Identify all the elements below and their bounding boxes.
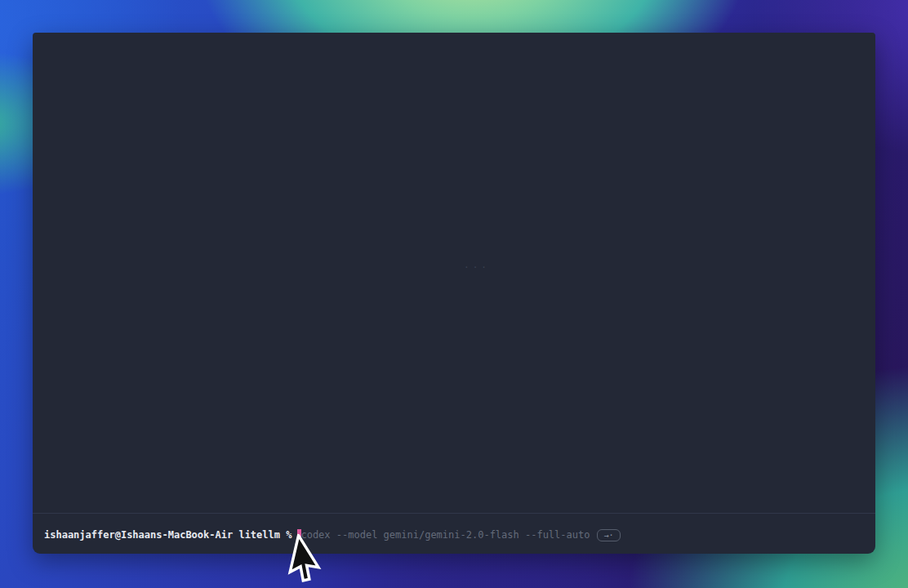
shell-prompt: ishaanjaffer@Ishaans-MacBook-Air litellm… (44, 528, 292, 541)
autosuggestion-text: codex --model gemini/gemini-2.0-flash --… (300, 528, 590, 541)
terminal-window[interactable]: ··· ishaanjaffer@Ishaans-MacBook-Air lit… (33, 33, 875, 554)
command-prompt-row[interactable]: ishaanjaffer@Ishaans-MacBook-Air litellm… (44, 528, 867, 541)
prompt-separator-line (33, 513, 875, 514)
terminal-faded-ellipsis: ··· (444, 262, 510, 273)
accept-suggestion-hint-badge: →· (597, 529, 620, 541)
